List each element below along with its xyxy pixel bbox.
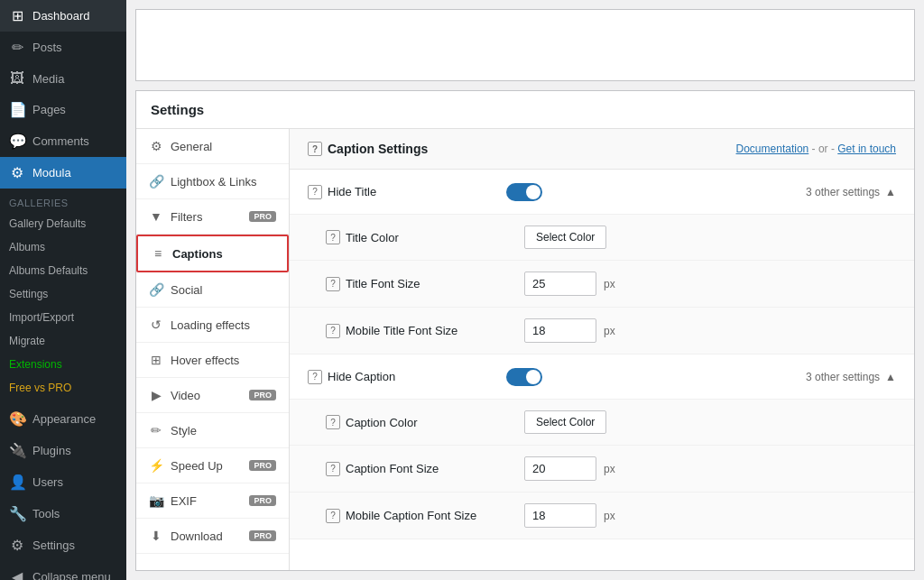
lightbox-nav-icon: 🔗	[149, 174, 163, 189]
caption-font-size-unit: px	[604, 463, 615, 475]
dashboard-icon: ⊞	[9, 7, 25, 24]
sidebar-item-extensions[interactable]: Extensions	[0, 353, 126, 376]
title-color-help-icon[interactable]: ?	[326, 230, 340, 244]
title-color-label: ? Title Color	[326, 230, 524, 244]
download-pro-badge: PRO	[249, 530, 276, 541]
sidebar: ⊞ Dashboard ✏ Posts 🖼 Media 📄 Pages 💬 Co…	[0, 0, 126, 580]
comments-icon: 💬	[9, 133, 25, 150]
mobile-caption-font-size-unit: px	[604, 510, 615, 522]
title-color-row: ? Title Color Select Color	[290, 215, 914, 261]
title-color-button[interactable]: Select Color	[524, 226, 606, 249]
nav-item-general[interactable]: ⚙ General	[136, 129, 289, 164]
nav-item-video[interactable]: ▶ Video PRO	[136, 378, 289, 413]
hide-caption-toggle-track	[506, 368, 542, 386]
caption-settings-header: ? Caption Settings Documentation - or - …	[290, 129, 914, 170]
caption-font-help-icon[interactable]: ?	[326, 462, 340, 476]
sidebar-item-collapse[interactable]: ◀ Collapse menu	[0, 561, 126, 580]
media-icon: 🖼	[9, 70, 25, 87]
sidebar-item-pages[interactable]: 📄 Pages	[0, 94, 126, 125]
sidebar-item-appearance[interactable]: 🎨 Appearance	[0, 403, 126, 435]
sidebar-item-users[interactable]: 👤 Users	[0, 466, 126, 498]
settings-header: Settings	[136, 91, 914, 129]
caption-help-icon[interactable]: ?	[308, 142, 322, 156]
caption-color-row: ? Caption Color Select Color	[290, 400, 914, 446]
hide-title-extra: 3 other settings ▲	[806, 186, 896, 198]
caption-font-size-input[interactable]	[524, 456, 596, 481]
mobile-title-font-size-unit: px	[604, 325, 615, 337]
nav-item-captions[interactable]: ≡ Captions	[136, 235, 289, 272]
title-font-help-icon[interactable]: ?	[326, 277, 340, 291]
sidebar-item-albums[interactable]: Albums	[0, 235, 126, 259]
caption-font-size-control: px	[524, 456, 896, 481]
mobile-caption-font-size-control: px	[524, 503, 896, 528]
nav-item-loading-effects[interactable]: ↺ Loading effects	[136, 308, 289, 343]
mobile-title-font-size-label: ? Mobile Title Font Size	[326, 324, 524, 338]
caption-font-size-label: ? Caption Font Size	[326, 462, 524, 476]
title-color-control: Select Color	[524, 226, 896, 249]
video-nav-icon: ▶	[149, 388, 163, 402]
video-pro-badge: PRO	[249, 390, 276, 400]
mobile-caption-font-size-input[interactable]	[524, 503, 596, 528]
caption-color-button[interactable]: Select Color	[524, 410, 606, 434]
sidebar-item-migrate[interactable]: Migrate	[0, 329, 126, 353]
speed-nav-icon: ⚡	[149, 458, 163, 473]
settings-body: ⚙ General 🔗 Lightbox & Links ▼ Filters P…	[136, 129, 914, 570]
sidebar-item-plugins[interactable]: 🔌 Plugins	[0, 435, 126, 466]
get-in-touch-link[interactable]: Get in touch	[837, 143, 896, 155]
users-icon: 👤	[9, 474, 25, 491]
mobile-title-font-size-control: px	[524, 318, 896, 343]
caption-color-help-icon[interactable]: ?	[326, 415, 340, 429]
title-font-size-input[interactable]	[524, 272, 596, 296]
social-nav-icon: 🔗	[149, 282, 163, 297]
hide-title-toggle-track	[506, 183, 542, 201]
sidebar-item-modula[interactable]: ⚙ Modula	[0, 157, 126, 189]
sidebar-item-tools[interactable]: 🔧 Tools	[0, 498, 126, 529]
sidebar-item-import-export[interactable]: Import/Export	[0, 306, 126, 329]
nav-item-speed-up[interactable]: ⚡ Speed Up PRO	[136, 448, 289, 483]
tools-icon: 🔧	[9, 505, 25, 522]
plugins-icon: 🔌	[9, 442, 25, 459]
style-nav-icon: ✏	[149, 423, 163, 437]
sidebar-item-free-vs-pro[interactable]: Free vs PRO	[0, 376, 126, 400]
nav-item-download[interactable]: ⬇ Download PRO	[136, 519, 289, 554]
mobile-title-font-size-input[interactable]	[524, 318, 596, 343]
hide-title-control	[506, 183, 806, 201]
mobile-caption-help-icon[interactable]: ?	[326, 509, 340, 523]
sidebar-item-settings2[interactable]: ⚙ Settings	[0, 529, 126, 561]
hide-title-arrow-icon: ▲	[885, 186, 896, 198]
filters-nav-icon: ▼	[149, 209, 163, 224]
sidebar-item-dashboard[interactable]: ⊞ Dashboard	[0, 0, 126, 32]
sidebar-item-gallery-defaults[interactable]: Gallery Defaults	[0, 212, 126, 235]
mobile-caption-font-size-label: ? Mobile Caption Font Size	[326, 509, 524, 523]
mobile-title-help-icon[interactable]: ?	[326, 324, 340, 338]
content-area: Settings ⚙ General 🔗 Lightbox & Links ▼ …	[135, 90, 915, 571]
settings-nav: ⚙ General 🔗 Lightbox & Links ▼ Filters P…	[136, 129, 290, 570]
nav-item-social[interactable]: 🔗 Social	[136, 272, 289, 308]
appearance-icon: 🎨	[9, 410, 25, 428]
caption-color-label: ? Caption Color	[326, 415, 524, 429]
nav-item-exif[interactable]: 📷 EXIF PRO	[136, 483, 289, 519]
caption-color-control: Select Color	[524, 410, 896, 434]
documentation-link[interactable]: Documentation	[736, 143, 809, 155]
hide-title-help-icon[interactable]: ?	[308, 185, 322, 199]
sidebar-item-albums-defaults[interactable]: Albums Defaults	[0, 259, 126, 282]
nav-item-style[interactable]: ✏ Style	[136, 413, 289, 448]
mobile-title-font-size-row: ? Mobile Title Font Size px	[290, 308, 914, 354]
exif-nav-icon: 📷	[149, 493, 163, 508]
nav-item-hover-effects[interactable]: ⊞ Hover effects	[136, 343, 289, 378]
hide-caption-help-icon[interactable]: ?	[308, 370, 322, 384]
nav-item-lightbox[interactable]: 🔗 Lightbox & Links	[136, 164, 289, 199]
captions-nav-icon: ≡	[151, 246, 165, 261]
sidebar-item-settings[interactable]: Settings	[0, 282, 126, 306]
sidebar-item-posts[interactable]: ✏ Posts	[0, 32, 126, 63]
nav-item-filters[interactable]: ▼ Filters PRO	[136, 199, 289, 235]
title-font-size-unit: px	[604, 278, 615, 290]
loading-nav-icon: ↺	[149, 318, 163, 332]
sidebar-item-comments[interactable]: 💬 Comments	[0, 125, 126, 157]
hide-title-toggle[interactable]	[506, 183, 542, 201]
hide-caption-toggle[interactable]	[506, 368, 542, 386]
hide-caption-toggle-thumb	[526, 370, 541, 384]
pages-icon: 📄	[9, 101, 25, 118]
settings-content: ? Caption Settings Documentation - or - …	[290, 129, 914, 570]
sidebar-item-media[interactable]: 🖼 Media	[0, 63, 126, 94]
